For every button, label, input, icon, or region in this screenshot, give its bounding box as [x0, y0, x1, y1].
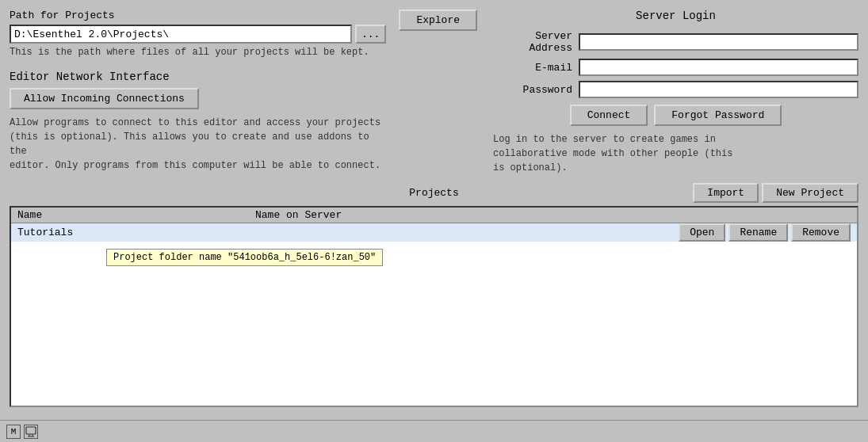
path-input[interactable] [10, 25, 352, 44]
new-project-button[interactable]: New Project [762, 183, 858, 203]
server-address-input[interactable] [579, 33, 858, 51]
import-button[interactable]: Import [693, 183, 759, 203]
connect-button[interactable]: Connect [570, 105, 648, 126]
open-button[interactable]: Open [679, 223, 725, 242]
server-description: Log in to the server to create games in … [493, 132, 747, 175]
allow-incoming-button[interactable]: Allow Incoming Connections [10, 88, 199, 109]
email-label: E-mail [493, 62, 572, 74]
forgot-password-button[interactable]: Forgot Password [654, 105, 782, 126]
monitor-icon[interactable] [24, 425, 38, 439]
table-row: Tutorials Open Rename Remove Project fol… [11, 223, 857, 242]
network-description: Allow programs to connect to this editor… [10, 116, 390, 173]
projects-title: Projects [409, 187, 458, 199]
m-icon[interactable]: M [6, 425, 21, 439]
explore-button[interactable]: Explore [399, 10, 477, 31]
project-name: Tutorials [17, 227, 255, 238]
tooltip: Project folder name "541oob6a_h_5el6-6!z… [106, 249, 383, 266]
svg-rect-0 [26, 427, 36, 434]
col-name-header: Name [17, 209, 255, 221]
email-input[interactable] [579, 59, 858, 76]
remove-button[interactable]: Remove [791, 223, 851, 242]
server-login-title: Server Login [493, 10, 858, 22]
projects-table: Name Name on Server Tutorials Open Renam… [10, 206, 858, 407]
path-help-text: This is the path where files of all your… [10, 47, 386, 58]
bottom-bar: M [0, 420, 868, 442]
network-section-title: Editor Network Interface [10, 70, 477, 83]
server-address-label: Server Address [493, 30, 572, 54]
rename-button[interactable]: Rename [728, 223, 788, 242]
password-input[interactable] [579, 81, 858, 98]
path-label: Path for Projects [10, 10, 386, 21]
col-server-name-header: Name on Server [255, 209, 851, 221]
password-label: Password [493, 84, 572, 96]
browse-button[interactable]: ... [355, 25, 386, 44]
